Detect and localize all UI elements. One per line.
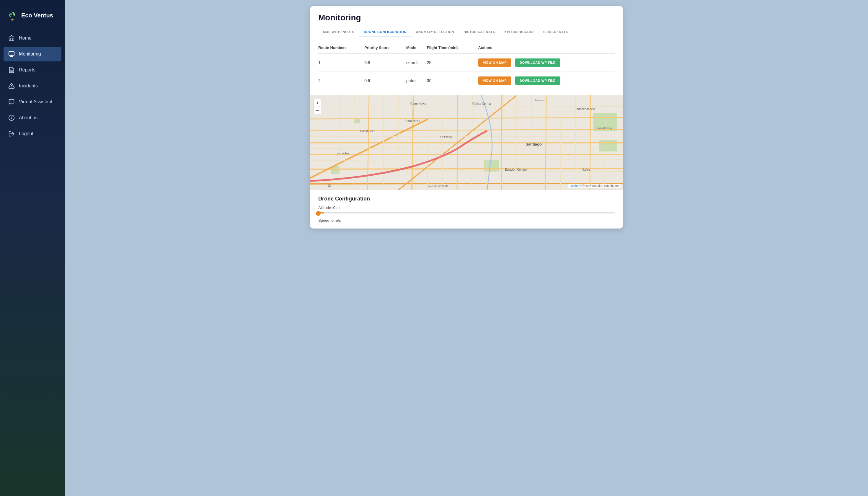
svg-rect-19 (354, 119, 360, 123)
cell-mode-2: patrol (406, 72, 427, 90)
osm-attribution: © OpenStreetMap contributors (579, 184, 619, 187)
svg-text:Estación Central: Estación Central (505, 168, 526, 171)
svg-text:Lo Prado: Lo Prado (440, 136, 452, 139)
monitoring-panel: Monitoring MAP WITH INPUTS DRONE CONFIGU… (310, 6, 623, 229)
svg-text:Providencia: Providencia (596, 127, 612, 130)
svg-text:Ñuñoa: Ñuñoa (582, 168, 590, 171)
reports-icon (8, 67, 15, 73)
home-icon (8, 35, 15, 41)
tab-map-inputs[interactable]: MAP WITH INPUTS (318, 27, 359, 37)
sidebar-item-virtual-assistant-label: Virtual Assistant (19, 99, 52, 105)
col-mode: Mode (406, 43, 427, 54)
view-on-map-button-1[interactable]: VIEW ON MAP (478, 59, 512, 67)
tab-kpi-dashboard[interactable]: KPI DASHBOARD (499, 27, 538, 37)
svg-text:Cerro Navia: Cerro Navia (404, 119, 420, 123)
svg-rect-2 (9, 52, 14, 56)
svg-line-30 (546, 95, 546, 190)
sidebar-item-virtual-assistant[interactable]: Virtual Assistant (3, 94, 61, 109)
leaflet-link[interactable]: Leaflet (570, 184, 578, 187)
download-wp-file-button-1[interactable]: DOWNLOAD WP FILE (515, 59, 560, 67)
sidebar-item-incidents[interactable]: Incidents (3, 79, 61, 93)
tab-historical-data[interactable]: HISTORICAL DATA (459, 27, 499, 37)
svg-text:Santiago: Santiago (526, 142, 542, 146)
map-attribution: Leaflet © OpenStreetMap contributors (568, 184, 621, 188)
svg-line-29 (501, 95, 502, 190)
routes-table: Route Number: Priority Score Mode Flight… (318, 43, 615, 90)
altitude-slider-thumb[interactable] (316, 211, 321, 216)
svg-text:Independencia: Independencia (576, 107, 595, 111)
speed-label: Speed: 0 m/s (318, 218, 615, 222)
logo-area: 🚁 Eco Ventus (0, 6, 65, 31)
zoom-out-button[interactable]: − (313, 107, 321, 114)
svg-line-23 (310, 169, 623, 169)
sidebar-item-logout[interactable]: Logout (3, 126, 61, 141)
eco-ventus-logo-icon: 🚁 (6, 9, 19, 22)
info-icon (8, 114, 15, 121)
incidents-icon (8, 83, 15, 89)
map-controls: + − (313, 99, 321, 114)
svg-text:Quinta Normal: Quinta Normal (472, 102, 491, 105)
sidebar-item-logout-label: Logout (19, 131, 33, 136)
svg-text:Cerro Navia: Cerro Navia (410, 102, 426, 105)
svg-text:Salvador: Salvador (534, 99, 545, 102)
cell-priority-1: 0.8 (364, 54, 406, 72)
altitude-label: Altitude: 0 m (318, 205, 615, 210)
table-row: 2 0.6 patrol 30 VIEW ON MAP DOWNLOAD WP … (318, 72, 615, 90)
sidebar-item-home-label: Home (19, 35, 32, 41)
cell-route-1: 1 (318, 54, 364, 72)
sidebar-item-home[interactable]: Home (3, 31, 61, 45)
sidebar-item-monitoring[interactable]: Monitoring (3, 47, 61, 61)
city-map-svg: Santiago Quinta Normal Cerro Navia Cerro… (310, 95, 623, 190)
view-on-map-button-2[interactable]: VIEW ON MAP (478, 76, 512, 85)
drone-config-section: Drone Configuration Altitude: 0 m Speed:… (310, 190, 623, 229)
logout-icon (8, 130, 15, 137)
cell-priority-2: 0.6 (364, 72, 406, 90)
drone-config-title: Drone Configuration (318, 196, 615, 202)
col-route-number: Route Number: (318, 43, 364, 54)
svg-text:🚁: 🚁 (11, 17, 14, 21)
sidebar: 🚁 Eco Ventus Home Monitoring (0, 0, 65, 496)
cell-mode-1: search (406, 54, 427, 72)
sidebar-item-about-us-label: About us (19, 115, 37, 121)
chat-icon (8, 98, 15, 105)
cell-flight-time-2: 30 (427, 72, 478, 90)
sidebar-item-incidents-label: Incidents (19, 83, 38, 89)
svg-text:Av. Lib. Bernardo: Av. Lib. Bernardo (428, 185, 448, 187)
altitude-slider-track (318, 212, 615, 214)
tab-anomaly-detection[interactable]: ANOMALY DETECTION (411, 27, 459, 37)
svg-text:70: 70 (328, 184, 331, 187)
svg-text:San Pablo: San Pablo (337, 152, 349, 155)
col-actions: Actions (478, 43, 615, 54)
sidebar-item-about-us[interactable]: About us (3, 110, 61, 125)
cell-actions-2: VIEW ON MAP DOWNLOAD WP FILE (478, 72, 615, 90)
routes-table-section: Route Number: Priority Score Mode Flight… (310, 37, 623, 95)
cell-route-2: 2 (318, 72, 364, 90)
sidebar-item-monitoring-label: Monitoring (19, 51, 41, 57)
logo-text: Eco Ventus (21, 12, 53, 19)
table-row: 1 0.8 search 25 VIEW ON MAP DOWNLOAD WP … (318, 54, 615, 72)
map-container[interactable]: Santiago Quinta Normal Cerro Navia Cerro… (310, 95, 623, 190)
col-flight-time: Flight Time (min) (427, 43, 478, 54)
main-content: Monitoring MAP WITH INPUTS DRONE CONFIGU… (65, 0, 868, 496)
sidebar-item-reports-label: Reports (19, 67, 35, 73)
page-title: Monitoring (318, 13, 615, 22)
panel-header: Monitoring MAP WITH INPUTS DRONE CONFIGU… (310, 6, 623, 37)
cell-flight-time-1: 25 (427, 54, 478, 72)
tab-sensor-data[interactable]: SENSOR DATA (539, 27, 573, 37)
col-priority-score: Priority Score (364, 43, 406, 54)
zoom-in-button[interactable]: + (313, 99, 321, 107)
tab-drone-configuration[interactable]: DRONE CONFIGURATION (359, 27, 411, 37)
sidebar-item-reports[interactable]: Reports (3, 63, 61, 77)
nav-items: Home Monitoring Reports (0, 31, 65, 490)
monitoring-icon (8, 51, 15, 57)
svg-text:Pudahuel: Pudahuel (360, 129, 373, 133)
cell-actions-1: VIEW ON MAP DOWNLOAD WP FILE (478, 54, 615, 72)
tab-bar: MAP WITH INPUTS DRONE CONFIGURATION ANOM… (318, 27, 615, 37)
svg-rect-16 (599, 140, 617, 152)
download-wp-file-button-2[interactable]: DOWNLOAD WP FILE (515, 76, 560, 85)
altitude-slider-container (318, 212, 615, 214)
